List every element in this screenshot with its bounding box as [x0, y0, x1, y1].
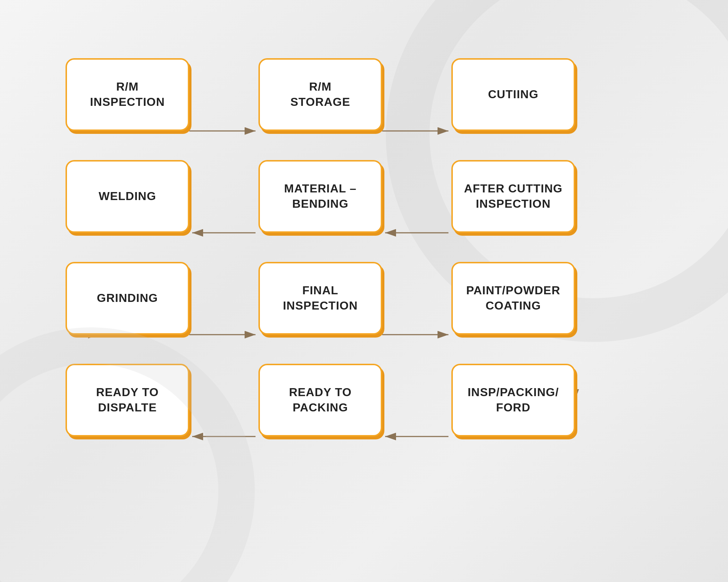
node-after-cutting: AFTER CUTTING INSPECTION [451, 160, 575, 233]
node-material-bending: MATERIAL – BENDING [258, 160, 382, 233]
flowchart: R/M INSPECTION R/M STORAGE CUTIING AFTER… [44, 36, 684, 546]
node-rm-storage: R/M STORAGE [258, 58, 382, 131]
node-ready-packing: READY TO PACKING [258, 364, 382, 436]
node-ready-dispatch: READY TO DISPALTE [66, 364, 189, 436]
node-grinding: GRINDING [66, 262, 189, 335]
node-final-inspection: FINAL INSPECTION [258, 262, 382, 335]
node-rm-inspection: R/M INSPECTION [66, 58, 189, 131]
node-welding: WELDING [66, 160, 189, 233]
node-paint-coating: PAINT/POWDER COATING [451, 262, 575, 335]
node-insp-packing: INSP/PACKING/ FORD [451, 364, 575, 436]
node-cutting: CUTIING [451, 58, 575, 131]
